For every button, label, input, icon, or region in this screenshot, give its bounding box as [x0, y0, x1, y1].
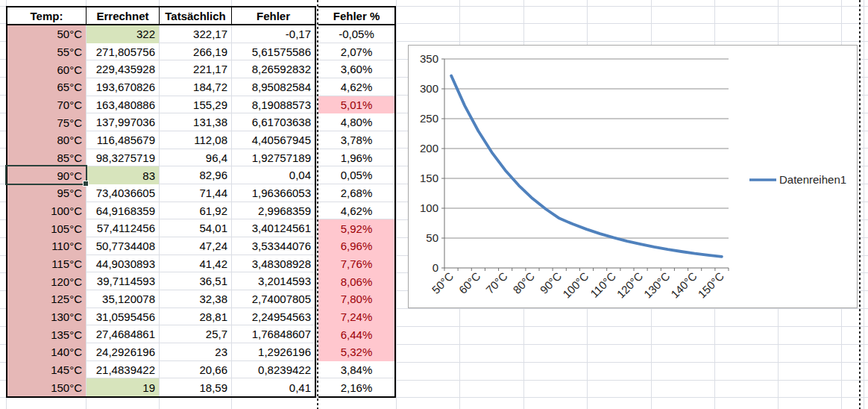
- cell-fehler[interactable]: 1,2926196: [232, 343, 315, 361]
- cell-fehler[interactable]: 1,76848607: [232, 325, 315, 343]
- cell-fehler-pct[interactable]: 3,60%: [318, 60, 394, 78]
- cell-fehler-pct[interactable]: 4,62%: [318, 78, 394, 96]
- cell-errechnet[interactable]: 19: [87, 378, 160, 396]
- cell-errechnet[interactable]: 31,0595456: [87, 308, 160, 326]
- cell-fehler[interactable]: 0,8239422: [232, 361, 315, 379]
- cell-temp[interactable]: 145°C: [7, 361, 87, 379]
- cell-tatsaechlich[interactable]: 32,38: [160, 290, 232, 308]
- cell-tatsaechlich[interactable]: 71,44: [160, 184, 232, 202]
- cell-temp[interactable]: 90°C: [7, 166, 87, 184]
- cell-fehler[interactable]: 3,53344076: [232, 237, 315, 255]
- cell-fehler-pct[interactable]: 6,44%: [318, 325, 394, 343]
- cell-temp[interactable]: 70°C: [7, 96, 87, 114]
- cell-tatsaechlich[interactable]: 96,4: [160, 149, 232, 167]
- cell-errechnet[interactable]: 116,485679: [87, 131, 160, 149]
- cell-tatsaechlich[interactable]: 28,81: [160, 308, 232, 326]
- header-fehler[interactable]: Fehler: [232, 7, 315, 24]
- cell-errechnet[interactable]: 27,4684861: [87, 325, 160, 343]
- cell-fehler-pct[interactable]: 4,80%: [318, 113, 394, 131]
- cell-fehler[interactable]: 3,40124561: [232, 219, 315, 237]
- cell-fehler[interactable]: 1,92757189: [232, 149, 315, 167]
- cell-temp[interactable]: 95°C: [7, 184, 87, 202]
- cell-errechnet[interactable]: 44,9030893: [87, 255, 160, 273]
- cell-temp[interactable]: 115°C: [7, 255, 87, 273]
- cell-tatsaechlich[interactable]: 20,66: [160, 361, 232, 379]
- cell-errechnet[interactable]: 193,670826: [87, 78, 160, 96]
- cell-errechnet[interactable]: 21,4839422: [87, 361, 160, 379]
- cell-tatsaechlich[interactable]: 54,01: [160, 219, 232, 237]
- cell-fehler-pct[interactable]: 4,62%: [318, 202, 394, 220]
- cell-tatsaechlich[interactable]: 82,96: [160, 166, 232, 184]
- cell-temp[interactable]: 140°C: [7, 343, 87, 361]
- cell-temp[interactable]: 130°C: [7, 308, 87, 326]
- cell-fehler-pct[interactable]: 0,05%: [318, 166, 394, 184]
- cell-temp[interactable]: 80°C: [7, 131, 87, 149]
- cell-temp[interactable]: 150°C: [7, 378, 87, 396]
- chart[interactable]: 05010015020025030035050°C60°C70°C80°C90°…: [408, 45, 858, 308]
- cell-tatsaechlich[interactable]: 112,08: [160, 131, 232, 149]
- cell-errechnet[interactable]: 24,2926196: [87, 343, 160, 361]
- cell-fehler-pct[interactable]: 8,06%: [318, 272, 394, 290]
- cell-errechnet[interactable]: 98,3275719: [87, 149, 160, 167]
- legend-label[interactable]: Datenreihen1: [779, 173, 846, 186]
- cell-tatsaechlich[interactable]: 322,17: [160, 25, 232, 43]
- cell-fehler-pct[interactable]: -0,05%: [318, 25, 394, 43]
- cell-errechnet[interactable]: 83: [87, 166, 160, 184]
- cell-tatsaechlich[interactable]: 61,92: [160, 202, 232, 220]
- cell-temp[interactable]: 65°C: [7, 78, 87, 96]
- cell-fehler[interactable]: 0,04: [232, 166, 315, 184]
- cell-fehler[interactable]: 8,19088573: [232, 96, 315, 114]
- cell-fehler-pct[interactable]: 3,84%: [318, 361, 394, 379]
- cell-fehler[interactable]: 8,26592832: [232, 60, 315, 78]
- cell-temp[interactable]: 135°C: [7, 325, 87, 343]
- cell-temp[interactable]: 50°C: [7, 25, 87, 43]
- cell-temp[interactable]: 60°C: [7, 60, 87, 78]
- cell-temp[interactable]: 55°C: [7, 43, 87, 61]
- cell-tatsaechlich[interactable]: 41,42: [160, 255, 232, 273]
- cell-fehler-pct[interactable]: 7,24%: [318, 308, 394, 326]
- cell-tatsaechlich[interactable]: 23: [160, 343, 232, 361]
- cell-fehler[interactable]: -0,17: [232, 25, 315, 43]
- cell-fehler[interactable]: 5,61575586: [232, 43, 315, 61]
- cell-temp[interactable]: 125°C: [7, 290, 87, 308]
- cell-temp[interactable]: 105°C: [7, 219, 87, 237]
- cell-temp[interactable]: 100°C: [7, 202, 87, 220]
- cell-fehler[interactable]: 4,40567945: [232, 131, 315, 149]
- cell-temp[interactable]: 120°C: [7, 272, 87, 290]
- cell-errechnet[interactable]: 57,4112456: [87, 219, 160, 237]
- header-fehler-pct[interactable]: Fehler %: [318, 7, 394, 24]
- cell-errechnet[interactable]: 64,9168359: [87, 202, 160, 220]
- cell-errechnet[interactable]: 229,435928: [87, 60, 160, 78]
- cell-tatsaechlich[interactable]: 184,72: [160, 78, 232, 96]
- cell-fehler[interactable]: 3,48308928: [232, 255, 315, 273]
- cell-fehler-pct[interactable]: 7,80%: [318, 290, 394, 308]
- cell-fehler[interactable]: 0,41: [232, 378, 315, 396]
- cell-fehler-pct[interactable]: 1,96%: [318, 149, 394, 167]
- cell-fehler-pct[interactable]: 5,32%: [318, 343, 394, 361]
- cell-fehler[interactable]: 2,24954563: [232, 308, 315, 326]
- cell-tatsaechlich[interactable]: 25,7: [160, 325, 232, 343]
- cell-fehler[interactable]: 3,2014593: [232, 272, 315, 290]
- cell-fehler-pct[interactable]: 7,76%: [318, 255, 394, 273]
- cell-temp[interactable]: 110°C: [7, 237, 87, 255]
- header-temp[interactable]: Temp:: [7, 7, 87, 24]
- cell-temp[interactable]: 75°C: [7, 113, 87, 131]
- cell-errechnet[interactable]: 35,120078: [87, 290, 160, 308]
- cell-tatsaechlich[interactable]: 18,59: [160, 378, 232, 396]
- cell-fehler[interactable]: 2,9968359: [232, 202, 315, 220]
- header-errechnet[interactable]: Errechnet: [87, 7, 160, 24]
- cell-tatsaechlich[interactable]: 47,24: [160, 237, 232, 255]
- cell-errechnet[interactable]: 50,7734408: [87, 237, 160, 255]
- cell-errechnet[interactable]: 39,7114593: [87, 272, 160, 290]
- cell-fehler[interactable]: 1,96366053: [232, 184, 315, 202]
- cell-errechnet[interactable]: 163,480886: [87, 96, 160, 114]
- header-tatsaechlich[interactable]: Tatsächlich: [160, 7, 232, 24]
- cell-fehler-pct[interactable]: 6,96%: [318, 237, 394, 255]
- cell-errechnet[interactable]: 137,997036: [87, 113, 160, 131]
- cell-fehler-pct[interactable]: 3,78%: [318, 131, 394, 149]
- cell-fehler[interactable]: 2,74007805: [232, 290, 315, 308]
- cell-temp[interactable]: 85°C: [7, 149, 87, 167]
- cell-tatsaechlich[interactable]: 131,38: [160, 113, 232, 131]
- cell-tatsaechlich[interactable]: 221,17: [160, 60, 232, 78]
- cell-fehler-pct[interactable]: 5,01%: [318, 96, 394, 114]
